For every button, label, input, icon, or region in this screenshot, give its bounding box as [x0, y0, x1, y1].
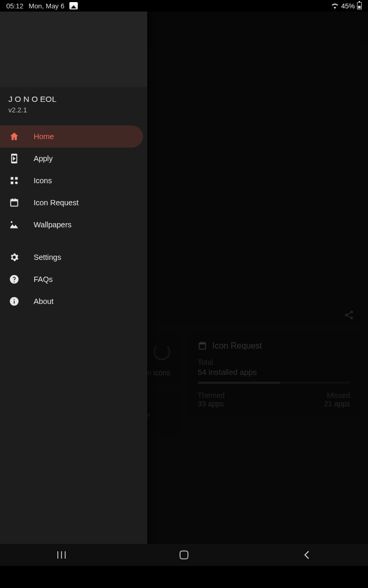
- sidebar-item-icons[interactable]: Icons: [0, 170, 143, 192]
- sidebar-item-label: Apply: [34, 154, 53, 163]
- settings-icon: [8, 252, 20, 262]
- status-date: Mon, May 6: [29, 2, 65, 10]
- android-nav-bar: [0, 544, 368, 566]
- sidebar-item-label: About: [34, 297, 54, 306]
- battery-icon: [357, 2, 362, 9]
- status-time: 05:12: [6, 2, 24, 10]
- icons-icon: [8, 175, 20, 186]
- drawer-header-image: [0, 12, 147, 87]
- svg-rect-0: [180, 551, 188, 559]
- navigation-drawer: J O N O EOL v2.2.1 Home Apply Icons: [0, 12, 147, 566]
- sidebar-item-wallpapers[interactable]: Wallpapers: [0, 214, 143, 236]
- about-icon: [8, 296, 20, 307]
- sidebar-item-label: FAQs: [34, 275, 53, 284]
- faqs-icon: [8, 274, 20, 285]
- sidebar-item-label: Settings: [34, 253, 61, 261]
- drawer-app-title: J O N O EOL: [8, 94, 139, 104]
- recents-button[interactable]: [30, 551, 93, 559]
- sidebar-item-label: Home: [34, 132, 54, 141]
- sidebar-item-label: Icons: [34, 176, 52, 185]
- sidebar-item-home[interactable]: Home: [0, 125, 143, 148]
- sidebar-item-faqs[interactable]: FAQs: [0, 268, 143, 290]
- request-icon: [8, 197, 20, 208]
- nav-separator: [0, 236, 147, 246]
- status-bar: 05:12 Mon, May 6 45%: [0, 0, 368, 12]
- back-button[interactable]: [275, 550, 338, 560]
- sidebar-item-label: Icon Request: [34, 198, 78, 207]
- gallery-icon: [69, 2, 78, 9]
- home-button[interactable]: [152, 550, 216, 560]
- status-battery: 45%: [341, 2, 355, 10]
- sidebar-item-settings[interactable]: Settings: [0, 246, 143, 268]
- wallpapers-icon: [8, 219, 20, 230]
- sidebar-item-about[interactable]: About: [0, 290, 143, 312]
- sidebar-item-icon-request[interactable]: Icon Request: [0, 192, 143, 214]
- home-icon: [8, 131, 20, 142]
- apply-icon: [8, 153, 20, 164]
- wifi-icon: [331, 3, 339, 9]
- drawer-app-version: v2.2.1: [8, 106, 139, 114]
- sidebar-item-label: Wallpapers: [34, 220, 71, 229]
- sidebar-item-apply[interactable]: Apply: [0, 148, 143, 170]
